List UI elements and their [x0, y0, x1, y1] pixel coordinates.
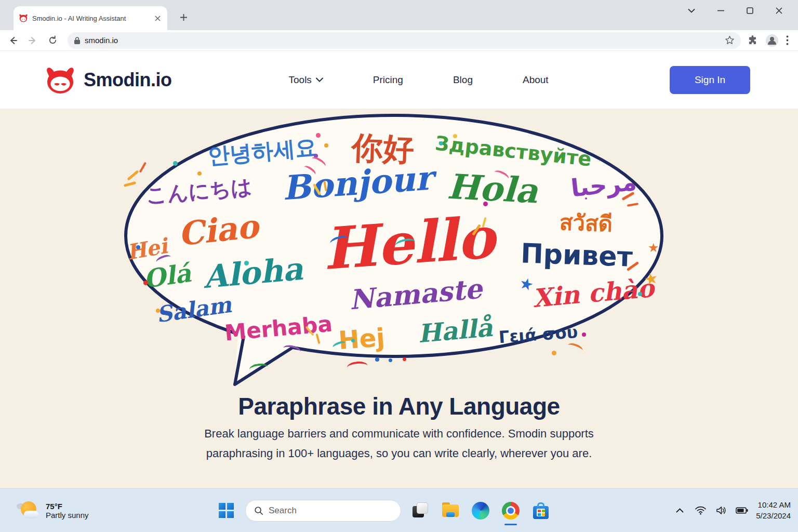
task-view-button[interactable]	[409, 500, 431, 522]
minimize-button[interactable]	[712, 2, 729, 19]
url-bar[interactable]: smodin.io	[68, 32, 741, 49]
hero-section: 안녕하세요你好ЗдравствуйтеこんにちはBonjourHolaمرحبا…	[0, 109, 798, 488]
edge-button[interactable]	[470, 500, 491, 522]
nav-pricing-label: Pricing	[373, 74, 403, 86]
browser-tab-strip: Smodin.io - AI Writing Assistant	[0, 0, 798, 30]
smodin-logo[interactable]: Smodin.io	[44, 66, 172, 94]
dot-decoration-icon	[483, 202, 488, 206]
lock-icon	[74, 36, 81, 45]
dot-decoration-icon	[439, 141, 443, 145]
nav-item-blog[interactable]: Blog	[453, 74, 473, 86]
sign-in-button[interactable]: Sign In	[670, 66, 750, 94]
dot-decoration-icon	[389, 358, 392, 362]
forward-button[interactable]	[24, 32, 42, 49]
search-input[interactable]	[269, 506, 392, 516]
dot-decoration-icon	[244, 261, 249, 265]
nav-tools-label: Tools	[289, 74, 312, 86]
search-icon	[254, 506, 263, 515]
window-chevron-icon[interactable]	[683, 2, 700, 19]
hero-heading: Paraphrase in Any Language	[0, 392, 798, 420]
nav-about-label: About	[523, 74, 549, 86]
chevron-down-icon	[316, 77, 323, 82]
hero-subtext-line2: paraphrasing in 100+ languages, so you c…	[0, 447, 798, 460]
dot-decoration-icon	[375, 357, 379, 362]
tab-title: Smodin.io - AI Writing Assistant	[32, 15, 149, 22]
new-tab-button[interactable]	[176, 9, 191, 25]
weather-widget[interactable]: 75°F Partly sunny	[11, 497, 94, 524]
site-header: Smodin.io Tools Pricing Blog About Sign …	[0, 51, 798, 109]
greeting-spanish: Hola	[446, 166, 539, 211]
chrome-active-indicator	[504, 524, 517, 525]
microsoft-store-button[interactable]	[530, 500, 552, 522]
toolbar-right-icons	[747, 34, 794, 47]
nav-item-pricing[interactable]: Pricing	[373, 74, 403, 86]
nav-item-about[interactable]: About	[523, 74, 549, 86]
chrome-button[interactable]	[500, 500, 522, 522]
nav-blog-label: Blog	[453, 74, 473, 86]
smodin-devil-icon	[44, 66, 76, 94]
star-decoration-icon: ★	[648, 242, 659, 254]
back-button[interactable]	[4, 32, 22, 49]
dot-decoration-icon	[197, 171, 202, 176]
tray-chevron-up-icon[interactable]	[673, 504, 686, 517]
favicon-smodin	[19, 14, 28, 23]
url-text: smodin.io	[85, 36, 721, 45]
clock-date: 5/23/2024	[756, 511, 791, 521]
dot-decoration-icon	[403, 357, 406, 361]
maximize-button[interactable]	[741, 2, 759, 19]
browser-tab[interactable]: Smodin.io - AI Writing Assistant	[14, 6, 167, 30]
main-nav: Tools Pricing Blog About	[289, 74, 549, 86]
dot-decoration-icon	[453, 134, 457, 138]
dot-decoration-icon	[324, 143, 328, 148]
hero-subtext-line1: Break language barriers and communicate …	[0, 427, 798, 441]
taskbar-search[interactable]	[245, 500, 401, 522]
dot-decoration-icon	[316, 133, 321, 138]
kebab-menu-icon[interactable]	[786, 35, 789, 45]
system-tray: 10:42 AM 5/23/2024	[673, 500, 791, 521]
window-controls	[683, 0, 798, 21]
dot-decoration-icon	[143, 281, 148, 285]
battery-icon[interactable]	[735, 504, 749, 517]
dot-decoration-icon	[136, 245, 140, 249]
start-button[interactable]	[215, 500, 237, 522]
volume-icon[interactable]	[714, 504, 728, 517]
profile-avatar-icon[interactable]	[765, 34, 779, 47]
edge-icon	[472, 502, 489, 520]
chrome-icon	[502, 502, 520, 520]
taskbar-clock[interactable]: 10:42 AM 5/23/2024	[756, 500, 791, 521]
greeting-thai: สวัสดี	[559, 205, 613, 241]
dot-decoration-icon	[351, 339, 355, 342]
tab-close-icon[interactable]	[153, 14, 162, 23]
windows-logo-icon	[219, 503, 234, 518]
greeting-russian: Привет	[520, 237, 633, 272]
reload-button[interactable]	[44, 32, 61, 49]
microsoft-store-icon	[533, 506, 549, 519]
browser-toolbar: smodin.io	[0, 30, 798, 51]
file-explorer-button[interactable]	[440, 500, 461, 522]
windows-taskbar: 75°F Partly sunny	[0, 488, 798, 532]
greeting-swedish: Hej	[338, 323, 386, 355]
nav-item-tools[interactable]: Tools	[289, 74, 323, 86]
wifi-icon[interactable]	[694, 504, 707, 517]
weather-temp: 75°F	[46, 502, 89, 511]
partly-sunny-icon	[17, 500, 39, 521]
dot-decoration-icon	[638, 292, 642, 296]
extensions-puzzle-icon[interactable]	[747, 35, 758, 46]
bookmark-star-icon[interactable]	[725, 35, 735, 45]
weather-condition: Partly sunny	[46, 511, 89, 520]
taskbar-center	[215, 500, 552, 522]
clock-time: 10:42 AM	[756, 500, 791, 510]
dot-decoration-icon	[173, 161, 178, 166]
dot-decoration-icon	[552, 351, 556, 355]
logo-text: Smodin.io	[84, 69, 172, 91]
dot-decoration-icon	[582, 332, 586, 337]
dot-decoration-icon	[156, 309, 160, 313]
close-window-button[interactable]	[770, 2, 788, 19]
